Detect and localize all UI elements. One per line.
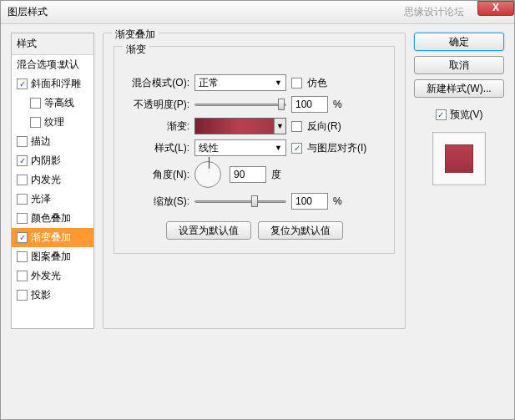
preview-checkbox[interactable] xyxy=(436,109,447,120)
layer-style-dialog: 图层样式 思缘设计论坛 X 样式 混合选项:默认 斜面和浮雕 等高线 xyxy=(0,0,515,420)
style-item-contour[interactable]: 等高线 xyxy=(12,94,93,113)
percent-unit: % xyxy=(333,99,348,110)
preview-label: 预览(V) xyxy=(450,108,483,122)
slider-track xyxy=(194,104,286,106)
style-item-color-overlay[interactable]: 颜色叠加 xyxy=(12,209,93,228)
default-buttons-row: 设置为默认值 复位为默认值 xyxy=(124,221,384,240)
chevron-down-icon[interactable]: ▼ xyxy=(274,119,285,134)
opacity-input[interactable]: 100 xyxy=(291,96,328,113)
degree-unit: 度 xyxy=(271,168,286,182)
style-label: 内发光 xyxy=(31,173,61,187)
gradient-row: 渐变: ▼ 反向(R) xyxy=(124,118,384,134)
checkbox-icon[interactable] xyxy=(30,98,41,109)
scale-input[interactable]: 100 xyxy=(291,193,328,210)
style-item-gradient-overlay[interactable]: 渐变叠加 xyxy=(12,228,93,247)
dialog-body: 样式 混合选项:默认 斜面和浮雕 等高线 纹理 描 xyxy=(1,24,514,419)
angle-dial[interactable] xyxy=(194,161,221,188)
style-item-drop-shadow[interactable]: 投影 xyxy=(12,286,93,305)
slider-thumb[interactable] xyxy=(251,195,258,207)
style-item-texture[interactable]: 纹理 xyxy=(12,113,93,132)
checkbox-icon[interactable] xyxy=(17,271,28,281)
checkbox-icon[interactable] xyxy=(17,251,28,262)
checkbox-icon[interactable] xyxy=(30,117,41,128)
style-label: 渐变叠加 xyxy=(31,230,71,245)
action-panel: 确定 取消 新建样式(W)... 预览(V) xyxy=(414,33,504,411)
dropdown-value: 正常 xyxy=(199,76,219,90)
preview-box xyxy=(432,132,486,185)
style-label: 内阴影 xyxy=(31,154,61,168)
preview-toggle: 预览(V) xyxy=(414,108,504,122)
checkbox-icon[interactable] xyxy=(17,194,28,205)
scale-row: 缩放(S): 100 % xyxy=(124,193,384,210)
style-label: 投影 xyxy=(31,288,51,302)
checkbox-icon[interactable] xyxy=(17,175,28,185)
style-item-bevel[interactable]: 斜面和浮雕 xyxy=(12,74,93,94)
checkbox-icon[interactable] xyxy=(17,290,28,301)
settings-panel: 渐变叠加 渐变 混合模式(O): 正常 ▼ 仿色 不透明度(P): xyxy=(103,33,406,411)
checkbox-icon[interactable] xyxy=(17,232,28,243)
reverse-label: 反向(R) xyxy=(307,119,341,134)
style-item-stroke[interactable]: 描边 xyxy=(12,132,93,151)
blend-mode-row: 混合模式(O): 正常 ▼ 仿色 xyxy=(124,74,384,91)
align-label: 与图层对齐(I) xyxy=(307,141,366,155)
checkbox-icon[interactable] xyxy=(17,155,28,166)
style-label: 等高线 xyxy=(44,96,74,110)
blend-mode-dropdown[interactable]: 正常 ▼ xyxy=(194,74,286,91)
slider-thumb[interactable] xyxy=(278,99,285,110)
angle-row: 角度(N): 90 度 xyxy=(124,161,384,188)
chevron-down-icon: ▼ xyxy=(275,78,282,87)
style-item-satin[interactable]: 光泽 xyxy=(12,190,93,209)
style-label: 外发光 xyxy=(31,269,61,283)
dropdown-value: 线性 xyxy=(199,141,219,155)
cancel-button[interactable]: 取消 xyxy=(414,56,504,74)
style-item-pattern-overlay[interactable]: 图案叠加 xyxy=(12,247,93,266)
gradient-section: 渐变 混合模式(O): 正常 ▼ 仿色 不透明度(P): xyxy=(114,46,395,254)
align-checkbox[interactable] xyxy=(291,143,302,154)
blending-options-label: 混合选项:默认 xyxy=(17,58,79,72)
ok-button[interactable]: 确定 xyxy=(414,33,504,51)
style-label: 描边 xyxy=(31,134,51,149)
style-label: 斜面和浮雕 xyxy=(31,77,81,91)
style-item-inner-shadow[interactable]: 内阴影 xyxy=(12,151,93,170)
style-item-outer-glow[interactable]: 外发光 xyxy=(12,266,93,286)
percent-unit: % xyxy=(333,195,348,207)
style-item-inner-glow[interactable]: 内发光 xyxy=(12,170,93,190)
styles-list: 样式 混合选项:默认 斜面和浮雕 等高线 纹理 描 xyxy=(11,33,94,329)
style-label: 样式(L): xyxy=(124,141,189,155)
titlebar: 图层样式 思缘设计论坛 X xyxy=(1,1,514,24)
slider-track xyxy=(194,200,286,203)
angle-label: 角度(N): xyxy=(124,168,189,182)
styles-header[interactable]: 样式 xyxy=(12,33,93,55)
set-default-button[interactable]: 设置为默认值 xyxy=(166,221,251,240)
chevron-down-icon: ▼ xyxy=(275,144,282,152)
scale-label: 缩放(S): xyxy=(124,195,189,209)
reset-default-button[interactable]: 复位为默认值 xyxy=(258,221,343,240)
style-label: 颜色叠加 xyxy=(31,211,71,225)
gradient-label: 渐变: xyxy=(124,119,189,134)
angle-indicator xyxy=(209,157,210,169)
preview-swatch xyxy=(445,144,473,173)
blending-options-item[interactable]: 混合选项:默认 xyxy=(12,55,93,74)
style-label: 光泽 xyxy=(31,192,51,206)
checkbox-icon[interactable] xyxy=(17,213,28,224)
gradient-overlay-fieldset: 渐变叠加 渐变 混合模式(O): 正常 ▼ 仿色 不透明度(P): xyxy=(103,33,406,329)
dither-label: 仿色 xyxy=(307,76,327,90)
style-dropdown[interactable]: 线性 ▼ xyxy=(194,139,286,156)
reverse-checkbox[interactable] xyxy=(291,121,302,132)
blend-mode-label: 混合模式(O): xyxy=(124,76,189,90)
dither-checkbox[interactable] xyxy=(291,78,302,89)
new-style-button[interactable]: 新建样式(W)... xyxy=(414,79,504,98)
styles-panel: 样式 混合选项:默认 斜面和浮雕 等高线 纹理 描 xyxy=(11,33,94,411)
style-label: 纹理 xyxy=(44,115,64,129)
opacity-label: 不透明度(P): xyxy=(124,98,189,112)
opacity-row: 不透明度(P): 100 % xyxy=(124,96,384,113)
checkbox-icon[interactable] xyxy=(17,78,28,89)
close-button[interactable]: X xyxy=(477,1,514,16)
angle-input[interactable]: 90 xyxy=(230,166,266,183)
opacity-slider[interactable] xyxy=(194,97,286,112)
watermark: 思缘设计论坛 xyxy=(404,7,464,18)
gradient-picker[interactable]: ▼ xyxy=(194,118,286,134)
checkbox-icon[interactable] xyxy=(17,136,28,147)
style-row: 样式(L): 线性 ▼ 与图层对齐(I) xyxy=(124,139,384,156)
scale-slider[interactable] xyxy=(194,194,286,209)
